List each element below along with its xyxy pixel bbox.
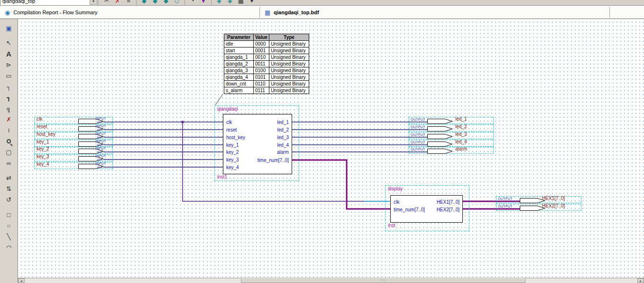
rtl-viewer-icon[interactable]: ◈ bbox=[216, 0, 222, 6]
project-combo-value: qiangdaqi_top bbox=[2, 0, 35, 4]
delete-icon[interactable]: ✗ bbox=[114, 0, 121, 6]
output-pin-led-4[interactable]: OUTPUT led_4 bbox=[409, 140, 494, 147]
input-pin-key-2[interactable]: key_2 INPUT VCC bbox=[34, 147, 113, 154]
toolbar-separator bbox=[136, 0, 137, 6]
fit-view-icon[interactable]: ▢ bbox=[3, 147, 15, 158]
port-clk: clk bbox=[226, 119, 232, 126]
rotate-left-icon[interactable]: ↺ bbox=[3, 194, 15, 205]
port-hex2: HEX2[7..0] bbox=[437, 207, 460, 213]
port-key-4: key_4 bbox=[226, 164, 239, 171]
rectangle-tool-icon[interactable]: □ bbox=[3, 209, 15, 220]
table-callout-line bbox=[215, 94, 223, 105]
partial-line-toggle-icon[interactable]: ≀ bbox=[3, 125, 15, 136]
instance-label: inst1 bbox=[217, 174, 227, 179]
qiangdaqi-block[interactable]: qiangdaqi clk reset host_key key_1 key_2… bbox=[214, 105, 299, 181]
input-pin-reset[interactable]: reset INPUT VCC bbox=[34, 124, 113, 132]
output-pin-icon bbox=[427, 126, 453, 132]
scrollbar-thumb[interactable]: ⋯ bbox=[241, 278, 525, 283]
more-tools-icon[interactable]: ▾ bbox=[248, 0, 255, 6]
input-pin-host-key[interactable]: host_key INPUT VCC bbox=[34, 132, 113, 139]
scroll-left-icon[interactable]: ◂ bbox=[18, 278, 25, 283]
bdf-file-icon: ▦ bbox=[265, 9, 270, 16]
port-led-1: led_1 bbox=[277, 119, 289, 126]
table-row: idle0000Unsigned Binary bbox=[224, 41, 309, 47]
header-type: Type bbox=[269, 34, 309, 41]
quartus-window: qiangdaqi_top ▾ ✂ ✗ ≡ ◆ ◆ ◆ ◇ ◔ ▼ ◈ ◈ ▦ … bbox=[0, 0, 644, 283]
qiangdaqi-block-body[interactable]: clk reset host_key key_1 key_2 key_3 key… bbox=[223, 114, 292, 174]
port-display-clk: clk bbox=[394, 199, 399, 206]
project-combo[interactable]: qiangdaqi_top ▾ bbox=[0, 0, 98, 6]
port-display-time-num: time_num[7..0] bbox=[394, 207, 425, 213]
block-title: display bbox=[388, 186, 403, 191]
port-led-3: led_3 bbox=[277, 134, 289, 141]
tab-compilation-report[interactable]: ◉ Compilation Report - Flow Summary bbox=[5, 6, 98, 19]
output-pin-icon bbox=[520, 205, 545, 211]
tab-label: qiangdaqi_top.bdf bbox=[274, 9, 319, 15]
wire-junction-dot[interactable] bbox=[181, 121, 184, 123]
input-pin-key-4[interactable]: key_4 INPUT VCC bbox=[34, 162, 113, 169]
table-row: s_alarm0111Unsigned Binary bbox=[224, 87, 309, 94]
output-pin-hex2[interactable]: OUTPUT HEX2[7..0] bbox=[496, 204, 581, 211]
output-pin-icon bbox=[427, 118, 453, 124]
port-key-3: key_3 bbox=[226, 157, 239, 163]
conduit-line-tool-icon[interactable]: ╗ bbox=[3, 103, 15, 114]
port-key-1: key_1 bbox=[226, 142, 239, 149]
oval-tool-icon[interactable]: ○ bbox=[3, 220, 15, 231]
flip-vertical-icon[interactable]: ⇅ bbox=[3, 183, 15, 194]
tab-separator bbox=[609, 7, 610, 18]
display-block-body[interactable]: clk time_num[7..0] HEX1[7..0] HEX2[7..0] bbox=[390, 195, 463, 223]
selection-tool-icon[interactable]: ↖ bbox=[3, 38, 15, 48]
combo-dropdown-icon[interactable]: ▾ bbox=[90, 0, 97, 5]
tab-bdf[interactable]: ▦ qiangdaqi_top.bdf bbox=[265, 6, 319, 19]
parameter-table[interactable]: Parameter Value Type idle0000Unsigned Bi… bbox=[224, 34, 309, 94]
input-pin-clk[interactable]: clk INPUT VCC bbox=[34, 117, 113, 124]
port-led-2: led_2 bbox=[277, 127, 289, 133]
output-pin-hex1[interactable]: OUTPUT HEX1[7..0] bbox=[496, 196, 581, 203]
output-pin-alarm[interactable]: OUTPUT alarm bbox=[409, 147, 494, 154]
port-alarm: alarm bbox=[277, 149, 289, 156]
compile-diamond-icon[interactable]: ◆ bbox=[141, 0, 147, 6]
symbol-tool-icon[interactable]: ⊳ bbox=[3, 59, 15, 70]
block-tool-icon[interactable]: ▭ bbox=[3, 70, 15, 81]
tech-viewer-icon[interactable]: ◈ bbox=[227, 0, 233, 6]
input-pin-key-1[interactable]: key_1 INPUT VCC bbox=[34, 140, 113, 147]
analysis-diamond-icon[interactable]: ◆ bbox=[152, 0, 158, 6]
timing-clock-icon[interactable]: ◔ bbox=[189, 0, 196, 6]
flip-horizontal-icon[interactable]: ⇄ bbox=[3, 172, 15, 183]
table-row: down_cnt0110Unsigned Binary bbox=[224, 81, 309, 87]
zoom-tool-icon[interactable] bbox=[3, 136, 15, 147]
output-pin-led-1[interactable]: OUTPUT led_1 bbox=[409, 117, 494, 124]
schematic-tool-palette: ▣ ↖ A ⊳ ▭ ┐ ┓ ╗ ✗ ≀ ▢ ∞ ⇄ ⇅ ↺ □ ○ ╲ ◠ bbox=[0, 19, 18, 283]
table-row: qiangda_40101Unsigned Binary bbox=[224, 74, 309, 81]
chip-planner-icon[interactable]: ▦ bbox=[238, 0, 244, 6]
display-block[interactable]: display clk time_num[7..0] HEX1[7..0] HE… bbox=[385, 185, 469, 231]
main-toolbar: qiangdaqi_top ▾ ✂ ✗ ≡ ◆ ◆ ◆ ◇ ◔ ▼ ◈ ◈ ▦ … bbox=[0, 0, 644, 6]
arc-tool-icon[interactable]: ◠ bbox=[3, 242, 15, 253]
output-pin-led-2[interactable]: OUTPUT led_2 bbox=[409, 124, 494, 132]
assembler-diamond-icon[interactable]: ◇ bbox=[174, 0, 180, 6]
horizontal-scrollbar[interactable]: ◂ ⋯ ▸ bbox=[18, 278, 644, 283]
header-parameter: Parameter bbox=[224, 34, 254, 41]
node-line-tool-icon[interactable]: ┐ bbox=[3, 81, 15, 92]
header-value: Value bbox=[254, 34, 269, 41]
fitter-diamond-icon[interactable]: ◆ bbox=[163, 0, 169, 6]
find-icon[interactable]: ∞ bbox=[3, 158, 15, 169]
output-pin-led-3[interactable]: OUTPUT led_3 bbox=[409, 132, 494, 139]
document-tabbar: ◉ Compilation Report - Flow Summary ▦ qi… bbox=[0, 6, 644, 19]
input-pin-key-3[interactable]: key_3 INPUT VCC bbox=[34, 154, 113, 161]
text-tool-icon[interactable]: A bbox=[3, 48, 15, 59]
schematic-canvas[interactable]: Parameter Value Type idle0000Unsigned Bi… bbox=[18, 19, 644, 278]
tab-separator bbox=[259, 7, 260, 18]
port-time-num: time_num[7..0] bbox=[258, 157, 289, 164]
output-pin-icon bbox=[520, 198, 545, 204]
bus-line-tool-icon[interactable]: ┓ bbox=[3, 92, 15, 103]
table-row: qiangda_10010Unsigned Binary bbox=[224, 54, 309, 61]
port-led-4: led_4 bbox=[277, 142, 289, 149]
list-icon[interactable]: ≡ bbox=[125, 0, 132, 6]
line-tool-icon[interactable]: ╲ bbox=[3, 231, 15, 242]
cut-icon[interactable]: ✂ bbox=[103, 0, 110, 6]
separate-window-icon[interactable]: ▣ bbox=[3, 23, 15, 34]
rubberband-toggle-icon[interactable]: ✗ bbox=[3, 114, 15, 125]
netlist-arrow-icon[interactable]: ▼ bbox=[200, 0, 207, 6]
scroll-right-icon[interactable]: ▸ bbox=[637, 278, 644, 283]
